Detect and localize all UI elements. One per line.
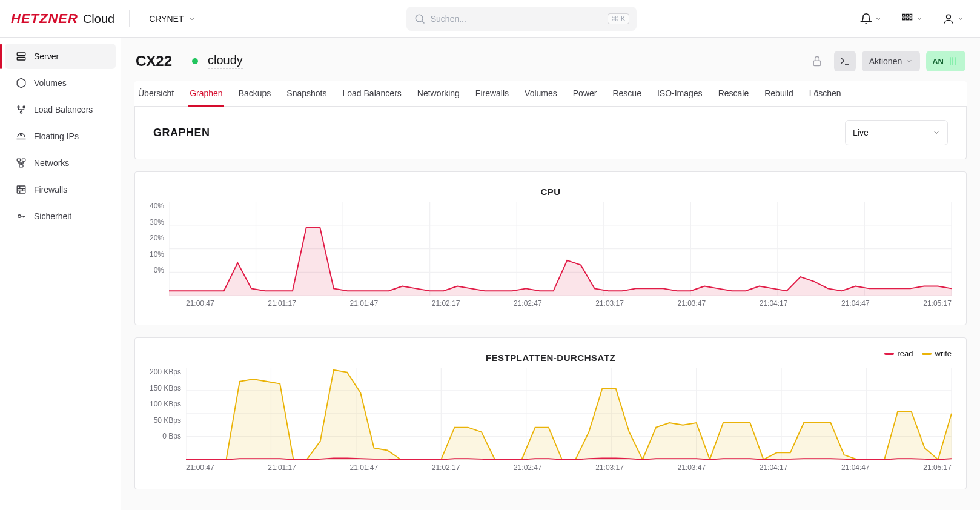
nav-icon xyxy=(16,184,27,195)
legend-item-write: write xyxy=(922,349,952,358)
svg-point-13 xyxy=(18,106,19,108)
svg-rect-20 xyxy=(17,186,25,193)
svg-point-15 xyxy=(21,111,22,113)
svg-rect-10 xyxy=(17,58,25,61)
chevron-down-icon xyxy=(875,15,882,22)
sidebar-item-label: Floating IPs xyxy=(34,131,79,141)
tab-iso-images[interactable]: ISO-Images xyxy=(656,81,704,107)
tab-firewalls[interactable]: Firewalls xyxy=(474,81,510,107)
server-type: CX22 xyxy=(136,53,172,70)
sidebar-item-label: Sicherheit xyxy=(34,211,71,221)
svg-point-14 xyxy=(23,106,25,108)
apps-button[interactable] xyxy=(898,9,927,28)
terminal-icon xyxy=(839,55,851,67)
svg-rect-2 xyxy=(903,14,905,16)
nav-icon xyxy=(16,104,27,115)
tabs: ÜbersichtGraphenBackupsSnapshotsLoad Bal… xyxy=(134,81,967,107)
divider xyxy=(129,10,130,27)
power-label: AN xyxy=(932,57,944,66)
tab-backups[interactable]: Backups xyxy=(237,81,273,107)
svg-rect-9 xyxy=(17,53,25,56)
svg-rect-3 xyxy=(906,14,908,16)
chart-title: CPU xyxy=(150,187,952,197)
sidebar-item-floating-ips[interactable]: Floating IPs xyxy=(5,124,116,149)
sidebar-item-label: Firewalls xyxy=(34,185,67,194)
svg-rect-7 xyxy=(910,18,912,19)
account-button[interactable] xyxy=(939,9,968,28)
x-axis: 21:00:4721:01:1721:01:4721:02:1721:02:47… xyxy=(150,463,952,472)
status-dot xyxy=(192,58,198,64)
search-placeholder: Suchen... xyxy=(431,14,603,24)
range-select[interactable]: Live xyxy=(845,120,948,145)
tab-load-balancers[interactable]: Load Balancers xyxy=(342,81,403,107)
sidebar-item-sicherheit[interactable]: Sicherheit xyxy=(5,204,116,229)
power-toggle[interactable]: AN xyxy=(926,51,965,71)
grid-icon xyxy=(901,13,913,25)
chevron-down-icon xyxy=(906,58,913,65)
tab-rescue[interactable]: Rescue xyxy=(611,81,642,107)
svg-line-1 xyxy=(422,21,425,23)
nav-icon xyxy=(16,131,27,142)
svg-rect-17 xyxy=(17,159,20,161)
tab--bersicht[interactable]: Übersicht xyxy=(137,81,175,107)
tab-l-schen[interactable]: Löschen xyxy=(808,81,843,107)
toggle-handle-icon xyxy=(950,57,956,65)
server-header: CX22 cloudy Aktionen xyxy=(134,48,967,71)
svg-point-26 xyxy=(18,215,21,218)
search-icon xyxy=(414,13,426,25)
tab-rebuild[interactable]: Rebuild xyxy=(763,81,794,107)
sidebar-item-label: Volumes xyxy=(34,78,67,88)
sidebar-item-label: Load Balancers xyxy=(34,105,93,114)
server-name[interactable]: cloudy xyxy=(208,53,243,69)
tab-volumes[interactable]: Volumes xyxy=(523,81,558,107)
sidebar-item-firewalls[interactable]: Firewalls xyxy=(5,177,116,202)
nav-icon xyxy=(16,78,27,88)
sidebar-item-label: Networks xyxy=(34,158,69,168)
tab-snapshots[interactable]: Snapshots xyxy=(285,81,328,107)
lock-icon xyxy=(811,55,823,67)
svg-rect-4 xyxy=(910,14,912,16)
tab-networking[interactable]: Networking xyxy=(416,81,461,107)
sidebar-item-server[interactable]: Server xyxy=(5,44,116,69)
search-input[interactable]: Suchen... ⌘ K xyxy=(406,7,637,31)
range-selected: Live xyxy=(853,128,869,137)
svg-rect-6 xyxy=(906,18,908,19)
logo-product: Cloud xyxy=(83,12,114,26)
x-axis: 21:00:4721:01:1721:01:4721:02:1721:02:47… xyxy=(150,299,952,308)
svg-rect-19 xyxy=(19,165,23,167)
chevron-down-icon xyxy=(957,15,964,22)
nav-icon xyxy=(16,211,27,222)
console-button[interactable] xyxy=(834,51,856,71)
nav-icon xyxy=(16,51,27,62)
svg-point-0 xyxy=(416,15,423,22)
chevron-down-icon xyxy=(188,15,196,22)
search-shortcut: ⌘ K xyxy=(608,13,629,24)
sidebar-item-load-balancers[interactable]: Load Balancers xyxy=(5,97,116,122)
svg-rect-30 xyxy=(813,61,821,65)
bell-icon xyxy=(860,13,872,25)
actions-label: Aktionen xyxy=(869,56,902,66)
actions-button[interactable]: Aktionen xyxy=(862,51,920,71)
svg-point-8 xyxy=(947,15,951,19)
section-title: GRAPHEN xyxy=(153,127,210,139)
project-name: CRYNET xyxy=(149,14,184,24)
tab-power[interactable]: Power xyxy=(572,81,598,107)
sidebar-item-volumes[interactable]: Volumes xyxy=(5,70,116,96)
tab-rescale[interactable]: Rescale xyxy=(717,81,750,107)
sidebar-item-networks[interactable]: Networks xyxy=(5,150,116,176)
chevron-down-icon xyxy=(916,15,923,22)
svg-rect-18 xyxy=(22,159,25,161)
chart-cpu: CPU 40%30%20%10%0% 21:00:4721:01:1721:01… xyxy=(134,171,967,325)
user-icon xyxy=(942,13,955,25)
logo-mark: HETZNER xyxy=(11,11,78,27)
logo[interactable]: HETZNER Cloud xyxy=(11,11,114,27)
tab-graphen[interactable]: Graphen xyxy=(188,81,223,107)
legend: readwrite xyxy=(884,349,952,358)
svg-rect-5 xyxy=(903,18,905,19)
lock-button[interactable] xyxy=(806,51,828,71)
svg-point-16 xyxy=(21,134,22,136)
y-axis: 40%30%20%10%0% xyxy=(150,202,169,274)
y-axis: 200 KBps150 KBps100 KBps50 KBps0 Bps xyxy=(150,368,186,440)
project-selector[interactable]: CRYNET xyxy=(144,10,200,27)
notifications-button[interactable] xyxy=(856,9,886,28)
